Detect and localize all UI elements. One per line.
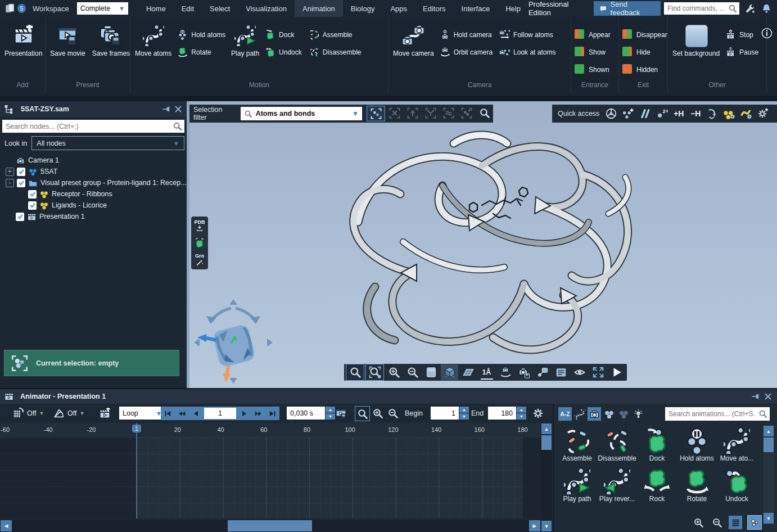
timeline-zoom-out-button[interactable] bbox=[386, 406, 400, 420]
timeline-grid[interactable] bbox=[0, 438, 541, 519]
ribbon-button-move-camera[interactable]: Move camera bbox=[390, 17, 437, 57]
search-icon[interactable] bbox=[758, 409, 767, 418]
menu-item-edit[interactable]: Edit bbox=[174, 0, 202, 17]
ribbon-button-shown[interactable]: Shown bbox=[575, 61, 611, 78]
dock-ligand-button[interactable] bbox=[191, 235, 208, 251]
vt-label-button[interactable] bbox=[534, 364, 551, 380]
ribbon-button-rotate[interactable]: Rotate bbox=[177, 43, 225, 61]
add-keyframe-button[interactable] bbox=[99, 407, 112, 420]
begin-value[interactable]: 1 bbox=[431, 407, 459, 420]
vt-zoom-out-button[interactable] bbox=[404, 364, 421, 380]
ribbon-button-show[interactable]: Show bbox=[575, 43, 611, 61]
pin-icon[interactable] bbox=[751, 392, 760, 401]
ribbon-button-presentation[interactable]: Presentation bbox=[1, 17, 46, 57]
tree-checkbox[interactable] bbox=[17, 168, 25, 176]
timeline-tick-180[interactable]: 180 bbox=[517, 426, 527, 433]
tree-item-presentation-1[interactable]: Presentation 1 bbox=[0, 211, 187, 222]
info-icon[interactable] bbox=[761, 27, 773, 39]
tree-item-ligands-licorice[interactable]: Ligands - Licorice bbox=[0, 200, 187, 211]
spin-down-button[interactable]: ▼ bbox=[517, 413, 526, 420]
scroll-down-button[interactable]: ▼ bbox=[541, 521, 552, 531]
notification-badge[interactable]: 5 bbox=[17, 4, 26, 13]
ribbon-button-look-at-atoms[interactable]: Look at atoms bbox=[499, 43, 555, 61]
ribbon-button-hide[interactable]: Hide bbox=[622, 43, 667, 61]
menu-item-interface[interactable]: Interface bbox=[454, 0, 498, 17]
sel-up-button[interactable] bbox=[404, 106, 421, 120]
ribbon-button-dock[interactable]: Dock bbox=[265, 26, 302, 43]
sel-zoom-button[interactable] bbox=[476, 106, 493, 120]
ribbon-button-orbit-camera[interactable]: Orbit camera bbox=[440, 43, 493, 61]
animation-tile-rock[interactable]: Rock bbox=[637, 466, 677, 506]
animation-tile-undock[interactable]: Undock bbox=[717, 466, 757, 506]
animation-tile-move-ato[interactable]: Move ato... bbox=[717, 425, 757, 466]
scroll-down-button[interactable]: ▼ bbox=[764, 513, 774, 524]
vt-bg-button[interactable] bbox=[422, 364, 440, 380]
spin-up-button[interactable]: ▲ bbox=[517, 407, 526, 413]
sort-az-button[interactable]: A-Z bbox=[558, 407, 572, 421]
tree-checkbox[interactable] bbox=[28, 190, 37, 199]
node-search-input[interactable] bbox=[2, 123, 173, 130]
send-feedback-button[interactable]: Send feedback bbox=[594, 1, 661, 16]
periodic-wheel-button[interactable] bbox=[603, 106, 620, 121]
animator-settings-button[interactable] bbox=[531, 406, 545, 420]
timeline-tick--20[interactable]: -20 bbox=[87, 426, 96, 433]
filter-light-button[interactable] bbox=[631, 407, 645, 421]
export-movie-button[interactable] bbox=[335, 407, 350, 420]
selection-filter-selector[interactable]: Atoms and bonds ▼ bbox=[241, 107, 362, 120]
tree-expander[interactable]: - bbox=[6, 179, 14, 187]
add-group-button[interactable] bbox=[721, 106, 738, 121]
timeline-tick--60[interactable]: -60 bbox=[1, 426, 10, 433]
minimize-arrow-button[interactable] bbox=[704, 106, 721, 121]
menu-item-biology[interactable]: Biology bbox=[343, 0, 383, 17]
vt-panel-button[interactable] bbox=[552, 364, 570, 380]
ribbon-button-set-background[interactable]: Set background bbox=[669, 17, 723, 57]
play-forward-button[interactable] bbox=[237, 407, 251, 420]
ribbon-button-move-atoms[interactable]: Move atoms bbox=[132, 17, 175, 57]
go-to-end-button[interactable] bbox=[265, 407, 279, 420]
plus-h-button[interactable]: +H bbox=[670, 106, 687, 121]
tools-icon[interactable] bbox=[745, 3, 755, 14]
animation-tile-disassemble[interactable]: Disassemble bbox=[597, 425, 637, 466]
ribbon-button-assemble[interactable]: Assemble bbox=[309, 26, 362, 43]
add-visual-button[interactable] bbox=[738, 106, 755, 121]
navigation-gizmo[interactable] bbox=[194, 299, 273, 384]
search-icon[interactable] bbox=[173, 121, 182, 131]
frame-duration-value[interactable]: 0,030 s bbox=[287, 407, 325, 420]
sel-split-button[interactable] bbox=[422, 106, 439, 120]
fast-backward-button[interactable] bbox=[175, 407, 189, 420]
vt-scale-button[interactable]: 1Å bbox=[478, 364, 495, 380]
gro-button[interactable]: Gro bbox=[191, 251, 208, 268]
ribbon-button-follow-atoms[interactable]: Follow atoms bbox=[499, 26, 555, 43]
timeline-tick-40[interactable]: 40 bbox=[217, 426, 224, 433]
animation-tile-play-path[interactable]: Play path bbox=[557, 466, 597, 506]
filter-atom-button[interactable] bbox=[602, 407, 616, 421]
find-commands-input[interactable] bbox=[666, 4, 728, 13]
animations-zoom-out-button[interactable] bbox=[710, 516, 724, 529]
ribbon-button-stop[interactable]: Stop bbox=[725, 26, 758, 43]
vt-play-button[interactable] bbox=[608, 364, 625, 380]
animations-vscrollbar[interactable]: ▲ ▼ bbox=[763, 425, 774, 524]
ribbon-button-hold-camera[interactable]: Hold camera bbox=[440, 26, 493, 43]
ribbon-button-hidden[interactable]: Hidden bbox=[622, 61, 667, 78]
sel-similar-button[interactable] bbox=[440, 106, 457, 120]
close-icon[interactable] bbox=[764, 392, 773, 401]
timeline-vscrollbar[interactable]: ▲ ▼ bbox=[541, 423, 552, 532]
sel-atoms-button[interactable] bbox=[367, 106, 385, 121]
menu-item-apps[interactable]: Apps bbox=[382, 0, 415, 17]
ribbon-button-save-movie[interactable]: Save movie bbox=[47, 17, 89, 57]
tree-checkbox[interactable] bbox=[16, 213, 24, 221]
viewport-3d[interactable]: Selection filter Atoms and bonds ▼ Quick… bbox=[189, 101, 777, 388]
animations-search-input[interactable] bbox=[665, 410, 758, 418]
vscroll-thumb[interactable] bbox=[764, 438, 774, 452]
vscroll-thumb[interactable] bbox=[541, 435, 552, 450]
animation-tile-dock[interactable]: Dock bbox=[637, 425, 677, 466]
ribbon-button-save-frames[interactable]: Save frames bbox=[89, 17, 133, 57]
ribbon-button-appear[interactable]: Appear bbox=[575, 26, 611, 43]
vt-orbit-button[interactable] bbox=[496, 364, 514, 380]
sel-deselect-button[interactable] bbox=[386, 106, 403, 120]
timeline-tick--40[interactable]: -40 bbox=[44, 426, 53, 433]
spin-up-button[interactable]: ▲ bbox=[326, 407, 335, 413]
menu-item-editors[interactable]: Editors bbox=[415, 0, 453, 17]
fast-forward-button[interactable] bbox=[251, 407, 265, 420]
ribbon-button-pause[interactable]: Pause bbox=[725, 43, 758, 61]
